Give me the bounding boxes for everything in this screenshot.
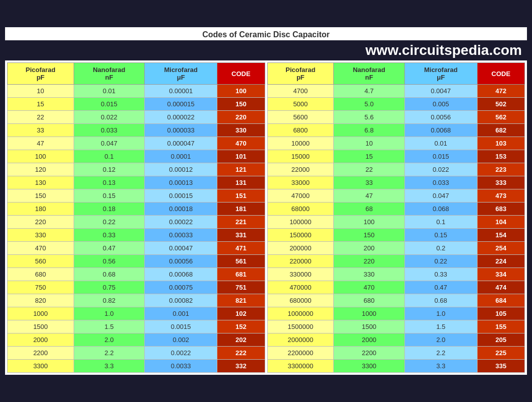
table-row: 6800 6.8 0.0068 682 [267,124,525,137]
cell-code: 334 [477,268,524,281]
cell-uf: 0.0068 [404,124,477,137]
left-header-nf: Nanofarad nF [74,63,144,85]
cell-uf: 0.002 [145,333,217,347]
cell-pf: 10000 [267,137,334,150]
cell-nf: 0.33 [74,229,144,242]
cell-nf: 1000 [334,307,404,320]
cell-uf: 0.68 [404,294,477,307]
table-row: 2000000 2000 2.0 205 [267,333,525,347]
cell-nf: 5.6 [334,111,404,124]
cell-code: 254 [477,242,524,255]
cell-uf: 0.022 [404,163,477,176]
cell-nf: 0.75 [74,281,144,294]
cell-uf: 1.0 [404,307,477,320]
cell-pf: 120 [8,163,74,176]
table-row: 560 0.56 0.00056 561 [8,255,265,268]
cell-uf: 0.1 [404,216,477,229]
cell-uf: 0.47 [404,281,477,294]
header-row: Picofarad pF Nanofarad nF Microfarad μF … [8,63,265,85]
table-row: 2000 2.0 0.002 202 [8,333,265,347]
cell-pf: 680000 [267,294,334,307]
cell-nf: 2.0 [74,333,144,347]
cell-code: 474 [477,281,524,294]
cell-uf: 0.00015 [145,189,217,203]
cell-code: 473 [477,189,524,203]
cell-pf: 180 [8,203,74,216]
cell-pf: 130 [8,176,74,189]
table-row: 220 0.22 0.00022 221 [8,216,265,229]
cell-pf: 200000 [267,242,334,255]
right-header-uf: Microfarad μF [404,63,477,85]
cell-code: 153 [477,150,524,163]
cell-nf: 0.047 [74,137,144,150]
right-header-code: CODE [477,63,524,85]
cell-nf: 0.022 [74,111,144,124]
table-row: 5000 5.0 0.005 502 [267,98,525,111]
cell-code: 561 [217,255,265,268]
right-header-nf: Nanofarad nF [334,63,404,85]
cell-code: 220 [217,111,265,124]
cell-code: 471 [217,242,265,255]
table-row: 47 0.047 0.000047 470 [8,137,265,150]
cell-uf: 0.000022 [145,111,217,124]
cell-nf: 150 [334,229,404,242]
cell-code: 202 [217,333,265,347]
cell-pf: 15000 [267,150,334,163]
table-row: 330 0.33 0.00033 331 [8,229,265,242]
cell-code: 223 [477,163,524,176]
left-table: Picofarad pF Nanofarad nF Microfarad μF … [7,62,265,373]
cell-pf: 47 [8,137,74,150]
cell-pf: 2200 [8,347,74,360]
table-row: 4700 4.7 0.0047 472 [267,85,525,98]
table-row: 820 0.82 0.00082 821 [8,294,265,307]
cell-nf: 470 [334,281,404,294]
cell-code: 333 [477,176,524,189]
cell-pf: 1500000 [267,320,334,333]
table-row: 1500 1.5 0.0015 152 [8,320,265,333]
cell-code: 470 [217,137,265,150]
cell-uf: 2.2 [404,347,477,360]
cell-code: 751 [217,281,265,294]
cell-nf: 4.7 [334,85,404,98]
cell-uf: 0.005 [404,98,477,111]
cell-pf: 2000000 [267,333,334,347]
cell-nf: 0.015 [74,98,144,111]
cell-code: 225 [477,347,524,360]
table-row: 22 0.022 0.000022 220 [8,111,265,124]
table-row: 68000 68 0.068 683 [267,203,525,216]
cell-pf: 5000 [267,98,334,111]
cell-nf: 33 [334,176,404,189]
cell-code: 154 [477,229,524,242]
cell-nf: 0.01 [74,85,144,98]
cell-code: 331 [217,229,265,242]
cell-code: 683 [477,203,524,216]
cell-code: 101 [217,150,265,163]
table-row: 120 0.12 0.00012 121 [8,163,265,176]
cell-uf: 0.15 [404,229,477,242]
cell-code: 121 [217,163,265,176]
cell-code: 224 [477,255,524,268]
cell-pf: 470 [8,242,74,255]
cell-nf: 0.56 [74,255,144,268]
cell-uf: 0.2 [404,242,477,255]
cell-code: 104 [477,216,524,229]
cell-code: 682 [477,124,524,137]
cell-pf: 150000 [267,229,334,242]
cell-code: 222 [217,347,265,360]
cell-nf: 0.1 [74,150,144,163]
table-row: 330000 330 0.33 334 [267,268,525,281]
cell-uf: 0.015 [404,150,477,163]
cell-pf: 33000 [267,176,334,189]
cell-nf: 1.0 [74,307,144,320]
cell-code: 681 [217,268,265,281]
table-row: 15000 15 0.015 153 [267,150,525,163]
table-row: 200000 200 0.2 254 [267,242,525,255]
cell-pf: 560 [8,255,74,268]
cell-uf: 0.22 [404,255,477,268]
cell-nf: 0.15 [74,189,144,203]
left-header-pf: Picofarad pF [8,63,74,85]
cell-uf: 0.00047 [145,242,217,255]
table-row: 680 0.68 0.00068 681 [8,268,265,281]
cell-code: 151 [217,189,265,203]
table-row: 150000 150 0.15 154 [267,229,525,242]
